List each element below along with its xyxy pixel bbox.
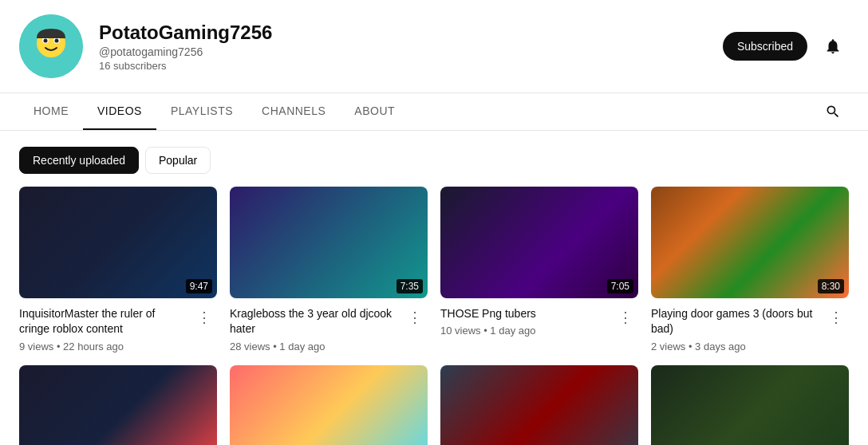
video-more-button-3[interactable]: ⋮ xyxy=(613,305,638,330)
video-card-4[interactable]: 8:30 Playing door games 3 (doors but bad… xyxy=(651,187,849,352)
video-stats-1: 9 views • 22 hours ago xyxy=(19,341,185,352)
video-thumbnail-6: 5:44 xyxy=(230,365,428,445)
tab-playlists[interactable]: PLAYLISTS xyxy=(156,93,247,130)
video-grid: 9:47 InquisitorMaster the ruler of cring… xyxy=(0,187,868,445)
video-card-5[interactable]: 6:12 Video 5 5 views • 4 days ago ⋮ xyxy=(19,365,217,445)
video-meta-2: Kragleboss the 3 year old djcook hater 2… xyxy=(230,306,428,352)
search-button[interactable] xyxy=(817,96,849,128)
filter-row: Recently uploaded Popular xyxy=(0,131,868,187)
channel-nav: HOME VIDEOS PLAYLISTS CHANNELS ABOUT xyxy=(0,93,868,131)
video-thumbnail-5: 6:12 xyxy=(19,365,217,445)
video-thumbnail-4: 8:30 xyxy=(651,187,849,298)
tab-about[interactable]: ABOUT xyxy=(340,93,409,130)
header-actions: Subscribed xyxy=(723,30,849,62)
search-icon xyxy=(825,104,841,120)
video-card-3[interactable]: 7:05 THOSE Png tubers 10 views • 1 day a… xyxy=(440,187,638,352)
video-stats-2: 28 views • 1 day ago xyxy=(230,341,396,352)
channel-header: PotatoGaming7256 @potatogaming7256 16 su… xyxy=(0,0,868,93)
video-more-button-2[interactable]: ⋮ xyxy=(402,305,428,330)
video-thumbnail-3: 7:05 xyxy=(440,187,638,298)
video-title-area-1: InquisitorMaster the ruler of cringe rob… xyxy=(19,306,185,352)
svg-point-5 xyxy=(55,39,59,43)
bell-icon xyxy=(824,37,842,55)
video-duration-2: 7:35 xyxy=(397,279,423,293)
video-more-button-1[interactable]: ⋮ xyxy=(191,305,217,330)
channel-handle: @potatogaming7256 xyxy=(99,45,707,58)
tab-channels[interactable]: CHANNELS xyxy=(247,93,340,130)
svg-point-4 xyxy=(44,39,48,43)
subscribe-button[interactable]: Subscribed xyxy=(723,32,807,61)
video-thumbnail-8: 4:55 xyxy=(651,365,849,445)
video-meta-1: InquisitorMaster the ruler of cringe rob… xyxy=(19,306,217,352)
channel-name: PotatoGaming7256 xyxy=(99,22,707,44)
tab-home[interactable]: HOME xyxy=(19,93,83,130)
video-title-1: InquisitorMaster the ruler of cringe rob… xyxy=(19,306,185,337)
channel-info: PotatoGaming7256 @potatogaming7256 16 su… xyxy=(99,22,707,72)
video-meta-3: THOSE Png tubers 10 views • 1 day ago ⋮ xyxy=(440,306,638,337)
tab-videos[interactable]: VIDEOS xyxy=(83,93,156,130)
video-stats-4: 2 views • 3 days ago xyxy=(651,341,817,352)
video-thumbnail-2: 7:35 xyxy=(230,187,428,298)
filter-popular[interactable]: Popular xyxy=(145,147,211,174)
video-title-4: Playing door games 3 (doors but bad) xyxy=(651,306,817,337)
video-meta-4: Playing door games 3 (doors but bad) 2 v… xyxy=(651,306,849,352)
video-title-3: THOSE Png tubers xyxy=(440,306,606,322)
video-title-area-4: Playing door games 3 (doors but bad) 2 v… xyxy=(651,306,817,352)
video-card-7[interactable]: 10:02 Video 7 7 views • 6 days ago ⋮ xyxy=(440,365,638,445)
video-card-2[interactable]: 7:35 Kragleboss the 3 year old djcook ha… xyxy=(230,187,428,352)
video-title-2: Kragleboss the 3 year old djcook hater xyxy=(230,306,396,337)
filter-recently-uploaded[interactable]: Recently uploaded xyxy=(19,147,139,174)
channel-subscribers: 16 subscribers xyxy=(99,60,707,72)
video-card-6[interactable]: 5:44 Video 6 3 views • 5 days ago ⋮ xyxy=(230,365,428,445)
video-thumbnail-1: 9:47 xyxy=(19,187,217,298)
video-more-button-4[interactable]: ⋮ xyxy=(823,305,849,330)
video-card-8[interactable]: 4:55 Video 8 1 view • 1 week ago ⋮ xyxy=(651,365,849,445)
video-stats-3: 10 views • 1 day ago xyxy=(440,325,606,337)
video-duration-4: 8:30 xyxy=(818,279,844,293)
video-duration-3: 7:05 xyxy=(607,279,633,293)
video-title-area-3: THOSE Png tubers 10 views • 1 day ago xyxy=(440,306,606,337)
video-thumbnail-7: 10:02 xyxy=(440,365,638,445)
video-title-area-2: Kragleboss the 3 year old djcook hater 2… xyxy=(230,306,396,352)
video-duration-1: 9:47 xyxy=(186,279,212,293)
channel-avatar xyxy=(19,14,83,78)
video-card-1[interactable]: 9:47 InquisitorMaster the ruler of cring… xyxy=(19,187,217,352)
notification-bell-button[interactable] xyxy=(817,30,849,62)
